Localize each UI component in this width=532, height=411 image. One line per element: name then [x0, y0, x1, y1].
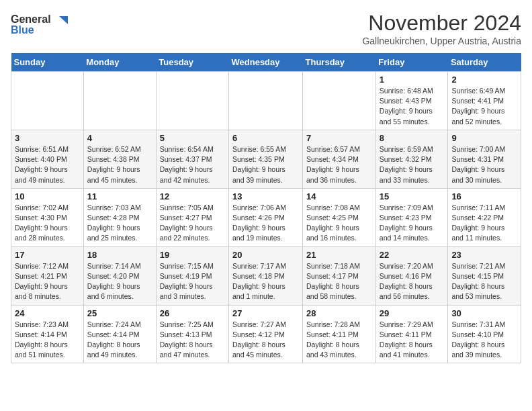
- day-number: 23: [451, 250, 517, 260]
- calendar-cell: 19Sunrise: 7:15 AM Sunset: 4:19 PM Dayli…: [156, 246, 228, 305]
- calendar-week-row: 10Sunrise: 7:02 AM Sunset: 4:30 PM Dayli…: [11, 188, 521, 246]
- weekday-header-saturday: Saturday: [448, 53, 521, 72]
- day-number: 19: [160, 250, 225, 260]
- location-subtitle: Gallneukirchen, Upper Austria, Austria: [362, 36, 521, 46]
- calendar-cell: 22Sunrise: 7:20 AM Sunset: 4:16 PM Dayli…: [375, 246, 448, 305]
- calendar-cell: 25Sunrise: 7:24 AM Sunset: 4:14 PM Dayli…: [83, 305, 156, 363]
- day-number: 15: [380, 191, 445, 201]
- day-number: 10: [15, 191, 80, 201]
- calendar-cell: 28Sunrise: 7:28 AM Sunset: 4:11 PM Dayli…: [303, 305, 376, 363]
- day-number: 9: [451, 133, 517, 143]
- day-number: 2: [451, 75, 517, 85]
- calendar-cell: 21Sunrise: 7:18 AM Sunset: 4:17 PM Dayli…: [303, 246, 376, 305]
- calendar-cell: [11, 72, 84, 130]
- calendar-cell: 1Sunrise: 6:48 AM Sunset: 4:43 PM Daylig…: [375, 72, 448, 130]
- day-number: 14: [306, 191, 372, 201]
- title-block: November 2024 Gallneukirchen, Upper Aust…: [362, 11, 521, 46]
- day-info: Sunrise: 7:31 AM Sunset: 4:10 PM Dayligh…: [451, 320, 517, 361]
- day-info: Sunrise: 7:18 AM Sunset: 4:17 PM Dayligh…: [306, 261, 372, 302]
- calendar-week-row: 1Sunrise: 6:48 AM Sunset: 4:43 PM Daylig…: [11, 72, 521, 130]
- day-number: 3: [15, 133, 80, 143]
- calendar-week-row: 24Sunrise: 7:23 AM Sunset: 4:14 PM Dayli…: [11, 305, 521, 363]
- calendar-cell: 2Sunrise: 6:49 AM Sunset: 4:41 PM Daylig…: [448, 72, 521, 130]
- day-info: Sunrise: 7:08 AM Sunset: 4:25 PM Dayligh…: [306, 203, 372, 244]
- day-info: Sunrise: 6:59 AM Sunset: 4:32 PM Dayligh…: [380, 144, 445, 185]
- weekday-header-monday: Monday: [83, 53, 156, 72]
- weekday-header-row: SundayMondayTuesdayWednesdayThursdayFrid…: [11, 53, 521, 72]
- day-number: 7: [306, 133, 372, 143]
- day-info: Sunrise: 7:05 AM Sunset: 4:27 PM Dayligh…: [160, 203, 225, 244]
- day-number: 1: [380, 75, 445, 85]
- day-number: 29: [380, 308, 445, 318]
- day-info: Sunrise: 6:57 AM Sunset: 4:34 PM Dayligh…: [306, 144, 372, 185]
- day-info: Sunrise: 7:15 AM Sunset: 4:19 PM Dayligh…: [160, 261, 225, 302]
- page-header: General Blue November 2024 Gallneukirche…: [11, 11, 521, 46]
- day-info: Sunrise: 7:27 AM Sunset: 4:12 PM Dayligh…: [232, 320, 299, 361]
- day-number: 24: [15, 308, 80, 318]
- day-number: 21: [306, 250, 372, 260]
- calendar-cell: 20Sunrise: 7:17 AM Sunset: 4:18 PM Dayli…: [229, 246, 303, 305]
- day-number: 28: [306, 308, 372, 318]
- calendar-cell: 11Sunrise: 7:03 AM Sunset: 4:28 PM Dayli…: [83, 188, 156, 246]
- day-info: Sunrise: 6:48 AM Sunset: 4:43 PM Dayligh…: [380, 86, 445, 127]
- day-info: Sunrise: 7:29 AM Sunset: 4:11 PM Dayligh…: [380, 320, 445, 361]
- day-number: 8: [380, 133, 445, 143]
- day-info: Sunrise: 7:03 AM Sunset: 4:28 PM Dayligh…: [87, 203, 152, 244]
- day-number: 17: [15, 250, 80, 260]
- calendar-cell: 5Sunrise: 6:54 AM Sunset: 4:37 PM Daylig…: [156, 130, 228, 188]
- calendar-cell: 16Sunrise: 7:11 AM Sunset: 4:22 PM Dayli…: [448, 188, 521, 246]
- weekday-header-tuesday: Tuesday: [156, 53, 228, 72]
- day-number: 26: [160, 308, 225, 318]
- calendar-cell: [156, 72, 228, 130]
- day-number: 12: [160, 191, 225, 201]
- day-number: 13: [232, 191, 299, 201]
- calendar-cell: 9Sunrise: 7:00 AM Sunset: 4:31 PM Daylig…: [448, 130, 521, 188]
- calendar-cell: 30Sunrise: 7:31 AM Sunset: 4:10 PM Dayli…: [448, 305, 521, 363]
- day-info: Sunrise: 7:12 AM Sunset: 4:21 PM Dayligh…: [15, 261, 80, 302]
- calendar-week-row: 3Sunrise: 6:51 AM Sunset: 4:40 PM Daylig…: [11, 130, 521, 188]
- calendar-cell: 29Sunrise: 7:29 AM Sunset: 4:11 PM Dayli…: [375, 305, 448, 363]
- calendar-week-row: 17Sunrise: 7:12 AM Sunset: 4:21 PM Dayli…: [11, 246, 521, 305]
- logo: General Blue: [11, 11, 71, 36]
- day-number: 4: [87, 133, 152, 143]
- day-number: 27: [232, 308, 299, 318]
- day-info: Sunrise: 7:00 AM Sunset: 4:31 PM Dayligh…: [451, 144, 517, 185]
- weekday-header-friday: Friday: [375, 53, 448, 72]
- day-number: 18: [87, 250, 152, 260]
- day-info: Sunrise: 7:28 AM Sunset: 4:11 PM Dayligh…: [306, 320, 372, 361]
- svg-text:General: General: [11, 13, 51, 25]
- day-number: 22: [380, 250, 445, 260]
- day-info: Sunrise: 7:06 AM Sunset: 4:26 PM Dayligh…: [232, 203, 299, 244]
- svg-text:Blue: Blue: [11, 24, 34, 36]
- day-number: 16: [451, 191, 517, 201]
- calendar-cell: [303, 72, 376, 130]
- logo-icon: General Blue: [11, 11, 71, 36]
- day-info: Sunrise: 6:55 AM Sunset: 4:35 PM Dayligh…: [232, 144, 299, 185]
- day-info: Sunrise: 6:54 AM Sunset: 4:37 PM Dayligh…: [160, 144, 225, 185]
- calendar-cell: 27Sunrise: 7:27 AM Sunset: 4:12 PM Dayli…: [229, 305, 303, 363]
- day-number: 30: [451, 308, 517, 318]
- day-number: 25: [87, 308, 152, 318]
- weekday-header-thursday: Thursday: [303, 53, 376, 72]
- calendar-cell: 6Sunrise: 6:55 AM Sunset: 4:35 PM Daylig…: [229, 130, 303, 188]
- calendar-table: SundayMondayTuesdayWednesdayThursdayFrid…: [11, 53, 521, 363]
- day-info: Sunrise: 7:24 AM Sunset: 4:14 PM Dayligh…: [87, 320, 152, 361]
- day-number: 20: [232, 250, 299, 260]
- weekday-header-sunday: Sunday: [11, 53, 84, 72]
- calendar-cell: 3Sunrise: 6:51 AM Sunset: 4:40 PM Daylig…: [11, 130, 84, 188]
- calendar-cell: 17Sunrise: 7:12 AM Sunset: 4:21 PM Dayli…: [11, 246, 84, 305]
- calendar-cell: 18Sunrise: 7:14 AM Sunset: 4:20 PM Dayli…: [83, 246, 156, 305]
- day-number: 11: [87, 191, 152, 201]
- calendar-cell: 15Sunrise: 7:09 AM Sunset: 4:23 PM Dayli…: [375, 188, 448, 246]
- day-info: Sunrise: 7:09 AM Sunset: 4:23 PM Dayligh…: [380, 203, 445, 244]
- day-info: Sunrise: 7:14 AM Sunset: 4:20 PM Dayligh…: [87, 261, 152, 302]
- day-info: Sunrise: 7:21 AM Sunset: 4:15 PM Dayligh…: [451, 261, 517, 302]
- day-info: Sunrise: 7:02 AM Sunset: 4:30 PM Dayligh…: [15, 203, 80, 244]
- calendar-cell: 14Sunrise: 7:08 AM Sunset: 4:25 PM Dayli…: [303, 188, 376, 246]
- day-number: 5: [160, 133, 225, 143]
- calendar-cell: 10Sunrise: 7:02 AM Sunset: 4:30 PM Dayli…: [11, 188, 84, 246]
- svg-marker-1: [59, 16, 68, 24]
- day-info: Sunrise: 6:52 AM Sunset: 4:38 PM Dayligh…: [87, 144, 152, 185]
- calendar-cell: [83, 72, 156, 130]
- day-info: Sunrise: 7:17 AM Sunset: 4:18 PM Dayligh…: [232, 261, 299, 302]
